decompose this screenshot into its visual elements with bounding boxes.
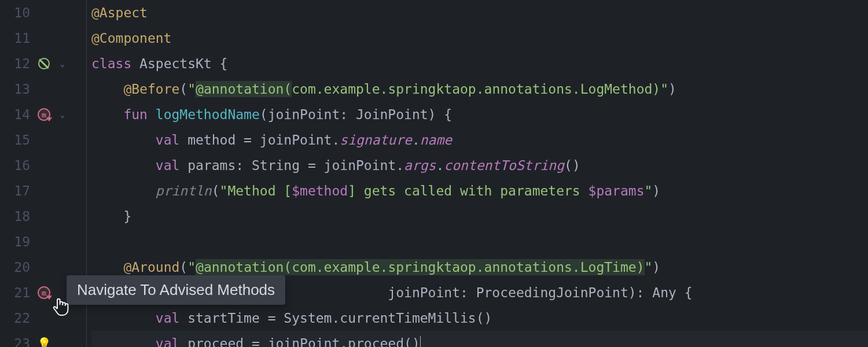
token-strh: @annotation( (196, 81, 292, 97)
token-punc: ( (179, 260, 187, 275)
token-punc: . (412, 132, 420, 147)
token-pad (91, 107, 123, 122)
token-punc: { (220, 56, 228, 71)
token-key: val (156, 336, 187, 347)
token-tmpl: $params (589, 183, 645, 198)
token-pad (91, 311, 156, 326)
gutter-row: 23💡 (0, 331, 86, 347)
token-str: " (645, 260, 653, 275)
token-str: ] gets called with parameters (348, 183, 588, 198)
code-line[interactable]: @Component (91, 25, 868, 51)
line-number: 14 (0, 107, 35, 122)
navigate-advised-methods-tooltip: Navigate To Advised Methods (67, 275, 285, 305)
token-prop: name (420, 132, 452, 147)
token-punc: (joinPoint: JoinPoint) { (260, 107, 452, 122)
token-str: " (187, 82, 196, 97)
token-pad (91, 336, 156, 347)
code-line[interactable]: val proceed = joinPoint.proceed() (91, 331, 868, 347)
token-punc: } (123, 209, 131, 224)
token-punc: ( (179, 82, 187, 97)
gutter-row: 11 (0, 25, 86, 51)
gutter-row: 14m⌄ (0, 102, 86, 127)
token-type: method (187, 132, 244, 147)
token-ann: @Component (91, 31, 171, 46)
token-key: fun (123, 107, 155, 122)
token-punc: ) (652, 260, 660, 275)
token-pad (91, 82, 123, 97)
code-line[interactable]: val params: String = joinPoint.args.cont… (91, 153, 868, 178)
token-punc: : String = joinPoint. (236, 158, 404, 173)
token-punc: = System.currentTimeMillis() (268, 311, 492, 326)
token-pad (91, 260, 123, 275)
token-tmpl: $method (292, 183, 348, 198)
code-line[interactable] (91, 229, 868, 254)
gutter-row: 17 (0, 178, 86, 204)
line-number: 19 (0, 234, 35, 249)
gutter-row: 16 (0, 153, 86, 178)
token-type: proceed (187, 336, 252, 347)
token-punc: () (564, 158, 580, 173)
code-line[interactable]: class AspectsKt { (91, 51, 868, 76)
token-str: " (645, 183, 653, 198)
token-punc: = joinPoint.proceed() (252, 336, 420, 347)
token-pad (91, 183, 156, 198)
code-line[interactable]: @Aspect (91, 0, 868, 25)
token-punc: ( (212, 183, 220, 198)
code-line[interactable]: fun logMethodName(joinPoint: JoinPoint) … (91, 102, 868, 127)
token-ann: @Before (123, 82, 179, 97)
line-number: 16 (0, 158, 35, 173)
gutter-row: 18 (0, 204, 86, 229)
token-punc: = joinPoint. (244, 132, 340, 147)
gutter-row: 15 (0, 127, 86, 153)
token-name: logMethodName (156, 107, 260, 122)
token-prop: args (404, 158, 436, 173)
code-line[interactable]: val method = joinPoint.signature.name (91, 127, 868, 153)
intention-bulb-icon[interactable]: 💡 (35, 337, 53, 347)
text-caret (420, 336, 421, 347)
token-type: params (187, 158, 236, 173)
aop-advice-gutter-icon[interactable]: m (35, 108, 53, 121)
fold-toggle[interactable]: ⌄ (53, 59, 72, 68)
token-ann: @Around (123, 260, 179, 275)
token-str: " (187, 260, 196, 275)
class-gutter-icon[interactable] (35, 58, 53, 69)
token-punc: ) (652, 183, 660, 198)
token-strh: @annotation( (196, 259, 292, 275)
line-number: 23 (0, 336, 35, 347)
line-number: 20 (0, 260, 35, 275)
line-number: 10 (0, 5, 35, 20)
line-number: 17 (0, 183, 35, 198)
token-pad (91, 209, 123, 224)
token-key: val (156, 158, 187, 173)
token-ann: @Aspect (91, 5, 148, 20)
fold-toggle[interactable]: ⌄ (53, 110, 72, 119)
gutter-row: 10 (0, 0, 86, 25)
token-prop: signature (340, 132, 412, 147)
token-str: com.example.springktaop.annotations.LogM… (292, 82, 668, 97)
line-number: 22 (0, 311, 35, 326)
token-punc: joinPoint: ProceedingJoinPoint): Any { (388, 285, 692, 300)
aop-advice-gutter-icon[interactable]: m (35, 286, 53, 299)
code-line[interactable]: @Before("@annotation(com.example.springk… (91, 76, 868, 102)
code-line[interactable]: println("Method [$method] gets called wi… (91, 178, 868, 204)
gutter-row: 12⌄ (0, 51, 86, 76)
token-punc: . (436, 158, 444, 173)
token-str: "Method [ (220, 183, 292, 198)
line-number: 12 (0, 56, 35, 71)
gutter-row: 22 (0, 305, 86, 331)
token-prop: contentToString (444, 158, 564, 173)
token-key: class (91, 56, 139, 71)
token-type: AspectsKt (139, 56, 219, 71)
line-number: 21 (0, 285, 35, 300)
line-number: 13 (0, 82, 35, 97)
token-key: val (156, 132, 187, 147)
gutter-row: 13 (0, 76, 86, 102)
code-line[interactable]: } (91, 204, 868, 229)
line-number: 18 (0, 209, 35, 224)
token-pad (91, 132, 156, 147)
token-punc: ) (668, 82, 676, 97)
token-strh2: com.example.springktaop.annotations.LogT… (292, 259, 644, 275)
line-number: 15 (0, 132, 35, 147)
code-line[interactable]: val startTime = System.currentTimeMillis… (91, 305, 868, 331)
token-type: startTime (187, 311, 267, 326)
